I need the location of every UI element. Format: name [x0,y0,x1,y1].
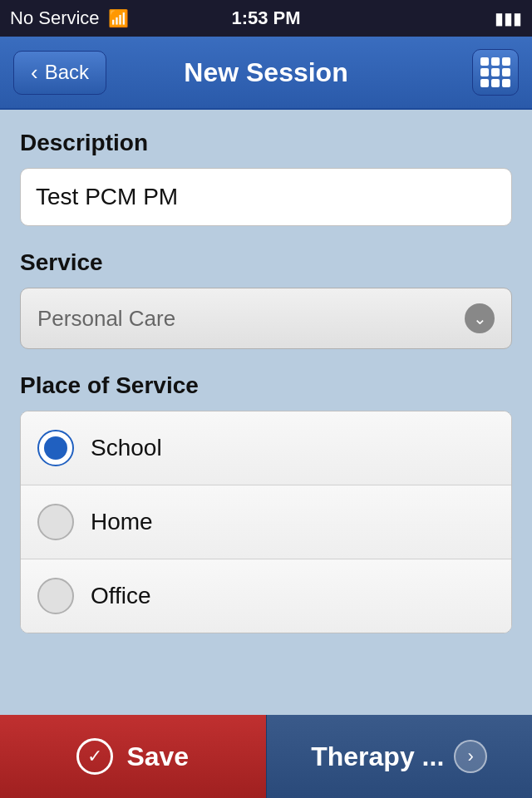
service-select[interactable]: Personal Care ⌄ [20,288,512,349]
radio-label-home: Home [91,509,153,535]
description-section: Description [20,130,512,249]
radio-label-office: Office [91,583,151,609]
page-title: New Session [184,57,347,88]
wifi-icon: 📶 [108,8,129,28]
radio-button-home [37,504,74,540]
therapy-button[interactable]: Therapy ... › [266,715,533,798]
service-value: Personal Care [37,306,175,332]
chevron-right-icon: › [454,740,487,773]
radio-item-home[interactable]: Home [21,485,511,559]
back-chevron-icon: ‹ [31,60,38,86]
status-time: 1:53 PM [231,7,300,29]
radio-button-office [37,578,74,614]
grid-button[interactable] [472,49,519,96]
status-bar: No Service 📶 1:53 PM ▮▮▮ [0,0,532,37]
chevron-down-icon: ⌄ [465,303,495,333]
place-of-service-label: Place of Service [20,372,512,399]
service-label: Service [20,249,512,276]
no-service-text: No Service [10,7,100,29]
main-content: Description Service Personal Care ⌄ Plac… [0,110,532,715]
therapy-label: Therapy ... [311,741,444,772]
grid-icon [480,57,510,87]
back-label: Back [45,61,89,84]
radio-label-school: School [91,435,162,461]
save-label: Save [126,741,189,772]
service-section: Service Personal Care ⌄ [20,249,512,349]
radio-button-school [37,430,74,466]
place-radio-list: School Home Office [20,411,512,633]
description-label: Description [20,130,512,156]
bottom-bar: ✓ Save Therapy ... › [0,715,532,798]
status-left: No Service 📶 [10,7,129,29]
battery-icon: ▮▮▮ [495,8,522,28]
battery-indicator: ▮▮▮ [495,8,522,28]
description-input[interactable] [20,168,512,226]
radio-item-school[interactable]: School [21,411,511,485]
nav-bar: ‹ Back New Session [0,37,532,110]
place-of-service-section: Place of Service School Home Office [20,372,512,633]
back-button[interactable]: ‹ Back [13,51,106,95]
radio-item-office[interactable]: Office [21,559,511,633]
checkmark-icon: ✓ [76,738,113,775]
save-button[interactable]: ✓ Save [0,715,266,798]
